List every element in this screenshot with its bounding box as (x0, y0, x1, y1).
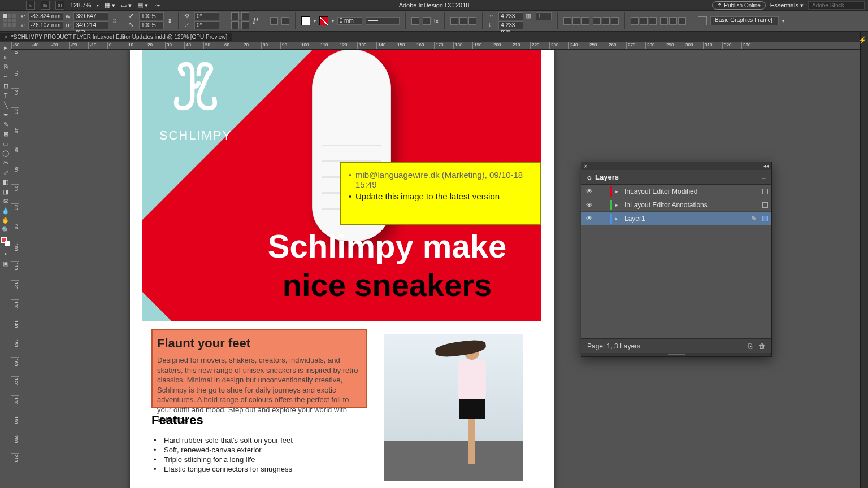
panel-resize-grip[interactable] (581, 353, 771, 356)
layer-row[interactable]: 👁▸InLayout Editor Annotations (581, 198, 771, 212)
ruler-horizontal[interactable]: -50-40-30-20-100102030405060708090100110… (11, 42, 868, 50)
flip-h-icon[interactable] (231, 21, 239, 29)
gap-v-field[interactable]: 4.233 mm (498, 21, 523, 29)
workspace-switcher[interactable]: Essentials ▾ (770, 2, 804, 9)
fill-swatch[interactable] (301, 16, 310, 25)
rectangle-frame-tool-icon[interactable]: ⊠ (1, 129, 11, 138)
align-left-icon[interactable] (563, 17, 571, 25)
layer-select-box[interactable] (762, 216, 768, 221)
pen-tool-icon[interactable]: ✒ (1, 110, 11, 119)
h-field[interactable]: 349.214 mm (73, 21, 108, 29)
rotate-field[interactable]: 0° (194, 12, 219, 20)
note-tool-icon[interactable]: ✉ (1, 197, 11, 206)
hero-image-frame[interactable]: SCHLIMPY Schlimpy make nice sneakers mib… (142, 50, 541, 321)
bridge-icon[interactable]: Br (41, 1, 50, 10)
page-tool-icon[interactable]: ⎘ (1, 62, 11, 71)
disclosure-icon[interactable]: ▸ (615, 216, 621, 221)
dist-1-icon[interactable] (631, 17, 639, 25)
stroke-style-field[interactable]: ━━━ (366, 17, 400, 25)
dist-3-icon[interactable] (649, 17, 657, 25)
hand-tool-icon[interactable]: ✋ (1, 216, 11, 225)
content-collector-icon[interactable]: ⊞ (1, 81, 11, 90)
view-options-icon[interactable]: ▦ ▾ (105, 2, 115, 9)
pencil-tool-icon[interactable]: ✎ (1, 120, 11, 129)
publish-online-button[interactable]: ⇡ Publish Online (712, 1, 765, 10)
stroke-swatch[interactable] (319, 16, 328, 25)
ruler-vertical[interactable]: 0102030405060708090100110120130140150160… (11, 50, 19, 488)
constrain-scale-icon[interactable]: ⇕ (167, 18, 172, 25)
transform-p-icon[interactable]: P (253, 16, 258, 26)
secondary-image-frame[interactable] (384, 334, 523, 481)
y-field[interactable]: -26.107 mm (28, 21, 63, 29)
align-top-icon[interactable] (593, 17, 601, 25)
screen-mode-icon[interactable]: ▭ ▾ (121, 2, 132, 9)
panel-header-bar[interactable]: × ◂◂ (581, 162, 771, 170)
visibility-icon[interactable]: 👁 (585, 215, 594, 223)
document-tab[interactable]: × *SCHLIMPY PRODUCT FLYER InLayout Edito… (0, 33, 232, 41)
selection-tool-icon[interactable]: ▸ (1, 43, 11, 52)
chevron-down-icon[interactable]: ▾ (782, 19, 784, 24)
scissors-tool-icon[interactable]: ✂ (1, 158, 11, 167)
rotate-ccw-icon[interactable] (231, 12, 239, 20)
rotate-cw-icon[interactable] (241, 12, 249, 20)
w-field[interactable]: 389.647 mm (73, 12, 108, 20)
zoom-tool-icon[interactable]: 🔍 (1, 225, 11, 234)
line-tool-icon[interactable]: ╲ (1, 101, 11, 110)
free-transform-tool-icon[interactable]: ⤢ (1, 168, 11, 177)
flip-v-icon[interactable] (241, 21, 249, 29)
wrap-none-icon[interactable] (450, 17, 458, 25)
rectangle-tool-icon[interactable]: ▭ (1, 139, 11, 148)
collapse-panel-icon[interactable]: ◂◂ (763, 163, 769, 169)
layer-select-box[interactable] (762, 189, 768, 194)
fit-frame-icon[interactable] (698, 16, 707, 25)
scale-x-field[interactable]: 100% (139, 12, 164, 20)
arrange-icon[interactable]: ▤ ▾ (137, 2, 148, 9)
reference-point-icon[interactable] (3, 14, 17, 28)
x-field[interactable]: -83.824 mm (28, 12, 63, 20)
layers-panel[interactable]: × ◂◂ ◇Layers ≡ 👁▸InLayout Editor Modifie… (581, 162, 772, 357)
layer-row[interactable]: 👁▸InLayout Editor Modified (581, 185, 771, 198)
wrap-shape-icon[interactable] (468, 17, 476, 25)
drop-shadow-icon[interactable] (423, 17, 431, 25)
cols-field[interactable]: 1 (536, 12, 552, 20)
body-text-frame[interactable]: Flaunt your feet Designed for movers, sh… (151, 329, 367, 408)
layers-toggle-icon[interactable]: ◇ (587, 175, 592, 181)
align-center-icon[interactable] (572, 17, 580, 25)
layer-row[interactable]: 👁▸Layer1✎ (581, 212, 771, 225)
delete-layer-icon[interactable]: 🗑 (759, 342, 766, 350)
shear-field[interactable]: 0° (194, 21, 219, 29)
dist-4-icon[interactable] (660, 17, 668, 25)
type-tool-icon[interactable]: T (1, 91, 11, 100)
align-right-icon[interactable] (581, 17, 589, 25)
effects-icon[interactable] (411, 17, 419, 25)
document-page[interactable]: SCHLIMPY Schlimpy make nice sneakers mib… (130, 50, 554, 488)
gap-tool-icon[interactable]: ↔ (1, 72, 11, 81)
select-container-icon[interactable] (270, 17, 278, 25)
dist-6-icon[interactable] (678, 17, 686, 25)
stock-icon[interactable]: St (55, 1, 64, 10)
gradient-feather-tool-icon[interactable]: ◨ (1, 187, 11, 196)
opacity-icon[interactable]: fx (434, 18, 439, 24)
select-content-icon[interactable] (281, 17, 289, 25)
constrain-icon[interactable]: ⇕ (112, 18, 117, 25)
align-middle-icon[interactable] (602, 17, 610, 25)
wrap-bbox-icon[interactable] (459, 17, 467, 25)
chevron-down-icon[interactable]: ▾ (97, 3, 99, 8)
apply-color-icon[interactable]: ▪ (1, 249, 11, 258)
dist-2-icon[interactable] (640, 17, 648, 25)
screen-mode-tool-icon[interactable]: ▣ (1, 259, 11, 268)
features-text-frame[interactable]: Features Hard rubber sole that's soft on… (151, 413, 367, 474)
scale-y-field[interactable]: 100% (139, 21, 164, 29)
annotation-note[interactable]: mib@languagewire.dk (Marketing), 09/10-1… (340, 162, 541, 225)
disclosure-icon[interactable]: ▸ (615, 202, 621, 208)
adobe-stock-search[interactable] (808, 1, 865, 10)
close-panel-icon[interactable]: × (584, 163, 587, 169)
visibility-icon[interactable]: 👁 (585, 188, 594, 195)
gradient-swatch-tool-icon[interactable]: ◧ (1, 177, 11, 186)
dist-5-icon[interactable] (669, 17, 677, 25)
align-bottom-icon[interactable] (611, 17, 619, 25)
close-tab-icon[interactable]: × (5, 34, 8, 40)
stroke-weight-field[interactable]: 0 mm (337, 17, 362, 25)
fill-stroke-icon[interactable] (1, 235, 11, 249)
disclosure-icon[interactable]: ▸ (615, 189, 621, 194)
